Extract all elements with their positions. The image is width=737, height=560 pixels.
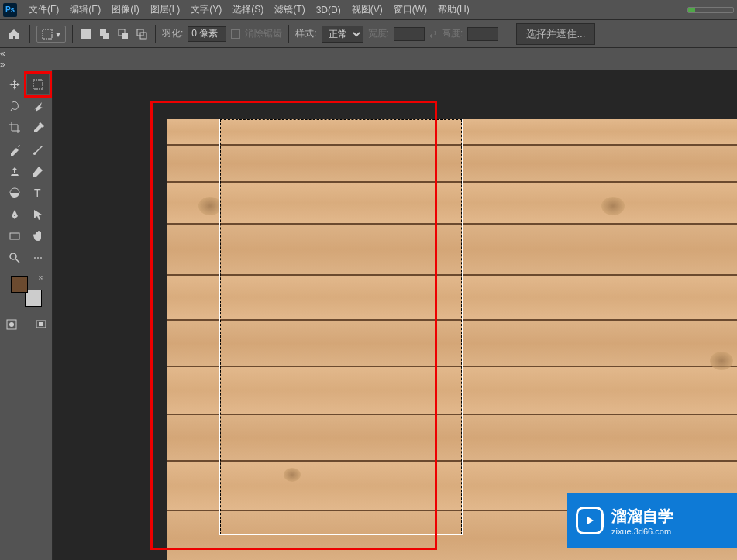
menu-layer[interactable]: 图层(L) [145,3,186,16]
menu-file[interactable]: 文件(F) [23,3,64,16]
svg-rect-5 [122,33,128,39]
svg-point-13 [9,322,14,327]
menu-window[interactable]: 窗口(W) [388,3,432,16]
add-selection-icon[interactable] [98,27,112,41]
menu-view[interactable]: 视图(V) [346,3,388,16]
rectangle-tool[interactable] [4,226,26,246]
new-selection-icon[interactable] [79,27,93,41]
gradient-tool[interactable] [4,183,26,203]
menu-3d[interactable]: 3D(D) [311,5,346,15]
height-field [467,27,498,41]
feather-label: 羽化: [162,27,183,40]
quick-mask-icon[interactable] [1,314,22,335]
crop-tool[interactable] [4,118,26,138]
eyedropper-tool[interactable] [27,118,49,138]
width-field [394,27,425,41]
marquee-tool-preset-picker[interactable]: ▾ [36,26,66,43]
rectangular-marquee-tool[interactable] [27,74,49,94]
menu-filter[interactable]: 滤镜(T) [269,3,310,16]
svg-rect-15 [39,322,43,326]
play-icon [576,507,604,534]
style-select[interactable]: 正常 [322,26,363,43]
move-tool[interactable] [4,74,26,94]
swap-wh-icon: ⇄ [429,29,437,40]
color-swatches[interactable]: ⤭ [11,276,42,307]
width-label: 宽度: [368,27,389,40]
select-and-mask-button[interactable]: 选择并遮住... [516,23,595,45]
app-icon: Ps [3,3,17,17]
svg-rect-10 [10,233,19,239]
menu-help[interactable]: 帮助(H) [432,3,475,16]
height-label: 高度: [442,27,463,40]
foreground-color-swatch[interactable] [11,276,28,293]
eraser-tool[interactable] [27,161,49,181]
watermark-url: zixue.3d66.com [611,527,673,536]
collapse-icon[interactable]: « [0,48,737,59]
style-label: 样式: [295,27,316,40]
menu-edit[interactable]: 编辑(E) [64,3,106,16]
collapse-icon[interactable]: » [0,59,737,70]
pen-tool[interactable] [4,204,26,225]
swap-colors-icon[interactable]: ⤭ [38,274,43,281]
watermark: 溜溜自学 zixue.3d66.com [567,493,737,548]
svg-rect-1 [81,29,91,39]
canvas-area[interactable]: 溜溜自学 zixue.3d66.com [53,70,737,560]
svg-point-11 [10,253,16,259]
antialias-checkbox[interactable] [231,29,240,39]
options-bar: ▾ 羽化: 消除锯齿 样式: 正常 宽度: ⇄ 高度: 选择并遮住... [0,20,737,48]
zoom-tool[interactable] [4,248,26,268]
antialias-label: 消除锯齿 [245,27,282,40]
watermark-title: 溜溜自学 [611,506,673,527]
more-tools-icon[interactable]: ⋯ [27,248,49,268]
hand-tool[interactable] [27,226,49,246]
menu-type[interactable]: 文字(Y) [185,3,227,16]
svg-text:T: T [34,187,41,199]
brush-tool[interactable] [27,139,49,160]
svg-rect-8 [33,80,43,89]
path-selection-tool[interactable] [27,204,49,225]
menu-image[interactable]: 图像(I) [106,3,144,16]
screen-mode-icon[interactable] [30,314,52,335]
svg-rect-0 [43,29,52,39]
menu-bar: Ps 文件(F) 编辑(E) 图像(I) 图层(L) 文字(Y) 选择(S) 滤… [0,0,737,20]
subtract-selection-icon[interactable] [116,27,130,41]
lasso-tool[interactable] [4,96,26,116]
tools-panel: T ⋯ ⤭ [0,70,53,560]
feather-input[interactable] [188,26,226,42]
quick-selection-tool[interactable] [27,96,49,116]
svg-rect-3 [103,33,109,39]
intersect-selection-icon[interactable] [135,27,149,41]
home-icon[interactable] [5,25,23,43]
progress-bar [687,7,734,13]
menu-select[interactable]: 选择(S) [227,3,269,16]
type-tool[interactable]: T [27,183,49,203]
healing-brush-tool[interactable] [4,139,26,160]
clone-stamp-tool[interactable] [4,161,26,181]
